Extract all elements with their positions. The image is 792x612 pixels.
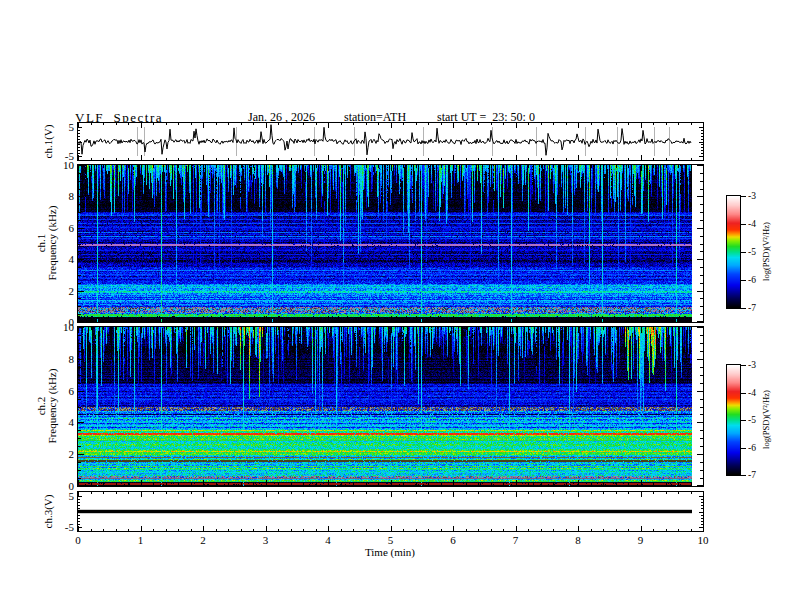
freq-tick-label: 8 [50,353,74,365]
colorbar-tick-label: -7 [748,303,768,313]
x-tick-label: 1 [126,534,156,546]
colorbar-tick-label: -4 [748,388,768,398]
colorbar-ch1 [726,195,741,309]
freq-tick-label: 8 [50,190,74,202]
x-tick-label: 4 [313,534,343,546]
colorbar-ch1-canvas [727,196,740,308]
colorbar-tick-label: -6 [748,443,768,453]
ch1-waveform-canvas [78,123,703,160]
colorbar-tick-label: -3 [748,360,768,370]
colorbar-tick [741,475,746,476]
colorbar-tick-label: -3 [748,191,768,201]
x-tick-label: 6 [438,534,468,546]
freq-tick-label: 6 [50,385,74,397]
ch2-spectrogram-panel [77,326,704,487]
ch3-flatline-panel [77,491,704,532]
freq-tick-label: 10 [50,321,74,333]
freq-tick-label: 2 [50,285,74,297]
colorbar-tick [741,448,746,449]
time-axis-label: Time (min) [315,546,465,558]
colorbar-tick [741,365,746,366]
x-tick-label: 3 [251,534,281,546]
volt-tick-label: -5 [50,150,74,162]
ch3-flatline-canvas [78,492,703,531]
ch1-spectrogram-panel [77,164,704,323]
x-tick-label: 7 [501,534,531,546]
volt-tick-label: -5 [50,521,74,533]
vlf-spectra-screen: VLF Spectra Jan. 26 , 2026 station=ATH s… [0,0,792,612]
colorbar-tick [741,308,746,309]
x-tick-label: 0 [63,534,93,546]
x-tick-label: 10 [688,534,718,546]
colorbar-tick-label: -5 [748,247,768,257]
volt-tick-label: 5 [50,121,74,133]
freq-tick-label: 6 [50,222,74,234]
colorbar-tick-label: -5 [748,415,768,425]
colorbar-ch2-canvas [727,365,740,475]
x-tick-label: 9 [626,534,656,546]
colorbar-tick-label: -7 [748,470,768,480]
freq-tick-label: 2 [50,448,74,460]
freq-tick-label: 4 [50,416,74,428]
colorbar-tick-label: -4 [748,219,768,229]
ch2-spectrogram-canvas [78,327,703,486]
ch1-waveform-panel [77,122,704,161]
colorbar-ch2 [726,364,741,476]
colorbar-tick [741,196,746,197]
volt-tick-label: 5 [50,490,74,502]
x-tick-label: 8 [563,534,593,546]
colorbar-tick [741,252,746,253]
colorbar-tick [741,280,746,281]
x-tick-label: 2 [188,534,218,546]
colorbar-tick [741,224,746,225]
freq-tick-label: 4 [50,253,74,265]
colorbar-tick-label: -6 [748,275,768,285]
x-tick-label: 5 [376,534,406,546]
colorbar-tick [741,393,746,394]
ch1-spectrogram-canvas [78,165,703,322]
colorbar-tick [741,420,746,421]
